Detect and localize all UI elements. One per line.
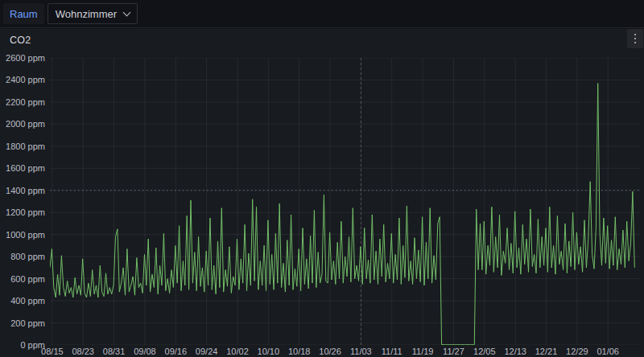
x-axis-tick-label: 09/24 [190,347,224,356]
y-axis-tick-label: 2000 ppm [0,119,45,129]
kebab-menu-icon [634,38,637,40]
co2-panel: CO2 0 ppm200 ppm400 ppm600 ppm800 ppm100… [0,29,644,357]
x-axis-tick-label: 11/27 [436,347,470,356]
x-axis-tick-label: 10/10 [251,347,285,356]
x-axis-tick-label: 11/19 [406,347,440,356]
panel-header[interactable]: CO2 [0,29,644,51]
x-axis-tick-label: 10/18 [283,347,316,356]
y-axis-tick-label: 1400 ppm [0,186,45,195]
kebab-menu-icon [634,42,637,44]
y-axis-tick-label: 2600 ppm [0,53,45,63]
x-axis-tick-label: 08/23 [66,347,100,356]
y-axis-tick-label: 200 ppm [0,318,45,328]
y-axis-tick-label: 1800 ppm [0,142,45,151]
x-axis-tick-label: 12/13 [498,347,532,356]
co2-series-line [50,84,634,345]
x-axis-tick-label: 11/03 [344,347,378,356]
variable-value-text: Wohnzimmer [56,8,117,20]
y-axis-tick-label: 1600 ppm [0,163,45,173]
y-axis-tick-label: 2400 ppm [0,75,45,84]
x-axis-tick-label: 09/08 [128,347,162,356]
kebab-menu-icon [634,34,637,36]
x-axis-tick-label: 08/31 [97,347,131,356]
x-axis-tick-label: 01/06 [591,347,625,356]
co2-timeseries-chart[interactable] [50,58,640,345]
y-axis-tick-label: 400 ppm [0,296,45,306]
x-axis-tick-label: 08/15 [35,347,69,356]
variables-toolbar: Raum Wohnzimmer [0,0,644,28]
x-axis-tick-label: 12/05 [468,347,502,356]
x-axis: 08/1508/2308/3109/0809/1609/2410/0210/10… [0,347,644,357]
y-axis-tick-label: 1000 ppm [0,230,45,240]
x-axis-tick-label: 09/16 [159,347,192,356]
variable-label-text: Raum [10,8,38,20]
room-variable-dropdown[interactable]: Wohnzimmer [47,3,138,24]
x-axis-tick-label: 10/02 [221,347,254,356]
variable-label: Raum [3,3,44,24]
y-axis-tick-label: 2200 ppm [0,97,45,107]
y-axis: 0 ppm200 ppm400 ppm600 ppm800 ppm1000 pp… [0,29,45,357]
chart-plot-area[interactable] [50,58,640,345]
chevron-down-icon [123,8,131,16]
x-axis-tick-label: 12/29 [560,347,594,356]
x-axis-tick-label: 10/26 [313,347,347,356]
x-axis-tick-label: 11/11 [375,347,409,356]
y-axis-tick-label: 800 ppm [0,252,45,261]
panel-menu-button[interactable] [627,29,643,48]
y-axis-tick-label: 600 ppm [0,274,45,284]
y-axis-tick-label: 1200 ppm [0,207,45,217]
x-axis-tick-label: 12/21 [530,347,564,356]
